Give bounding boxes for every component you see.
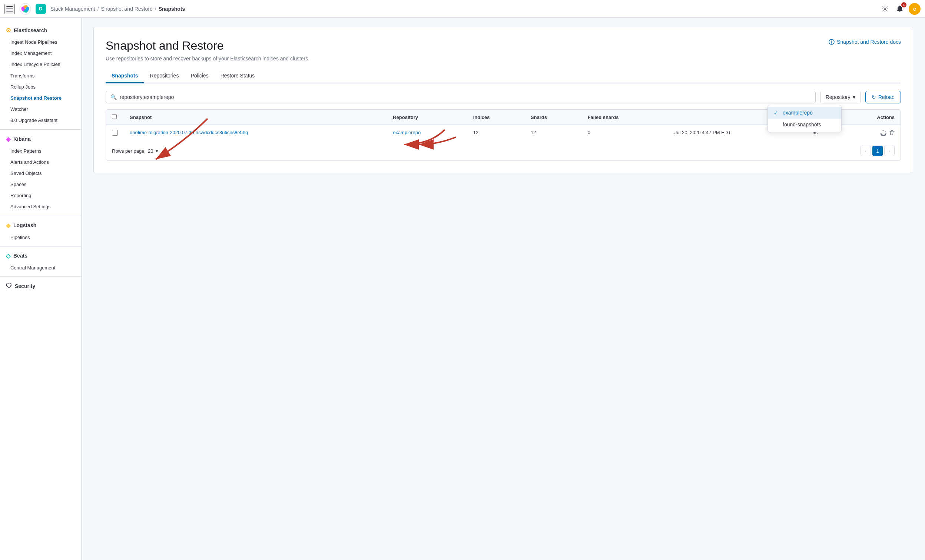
page-header: Snapshot and Restore Snapshot and Restor… bbox=[105, 39, 901, 53]
repository-filter-button[interactable]: Repository ▾ bbox=[820, 91, 861, 103]
snapshot-name-link[interactable]: onetime-migration-2020.07.20-nswdcddcs3u… bbox=[130, 130, 248, 135]
sidebar-item-saved-objects[interactable]: Saved Objects bbox=[0, 168, 81, 179]
delete-icon[interactable] bbox=[889, 130, 895, 137]
sidebar-divider-4 bbox=[0, 277, 81, 277]
shards-cell: 12 bbox=[525, 125, 582, 141]
page-subtitle: Use repositories to store and recover ba… bbox=[105, 56, 901, 62]
th-indices[interactable]: Indices bbox=[467, 110, 525, 125]
sidebar-item-watcher[interactable]: Watcher bbox=[0, 104, 81, 115]
sidebar-item-index-management[interactable]: Index Management bbox=[0, 48, 81, 59]
elastic-logo[interactable] bbox=[19, 3, 31, 15]
tab-policies[interactable]: Policies bbox=[185, 69, 214, 83]
tab-restore-status[interactable]: Restore Status bbox=[215, 69, 261, 83]
sidebar-divider-1 bbox=[0, 129, 81, 130]
th-checkbox bbox=[106, 110, 124, 125]
th-repository[interactable]: Repository bbox=[387, 110, 467, 125]
notifications-button[interactable]: 1 bbox=[894, 3, 906, 15]
sidebar-item-upgrade-assistant[interactable]: 8.0 Upgrade Assistant bbox=[0, 115, 81, 126]
sidebar-section-label-kibana: Kibana bbox=[14, 136, 31, 142]
sidebar-section-header-elasticsearch: ⊙ Elasticsearch bbox=[0, 24, 81, 37]
th-failed-shards[interactable]: Failed shards bbox=[582, 110, 669, 125]
reload-button[interactable]: ↻ Reload bbox=[865, 91, 901, 103]
sidebar-section-label-beats: Beats bbox=[14, 253, 27, 259]
reload-icon: ↻ bbox=[872, 94, 876, 100]
search-input[interactable] bbox=[120, 94, 811, 100]
repository-filter-label: Repository bbox=[826, 94, 851, 100]
page-1-button[interactable]: 1 bbox=[872, 146, 883, 156]
next-page-button[interactable]: › bbox=[884, 146, 895, 156]
failed-shards-cell: 0 bbox=[582, 125, 669, 141]
prev-page-button[interactable]: ‹ bbox=[860, 146, 871, 156]
sidebar-section-header-security: 🛡 Security bbox=[0, 280, 81, 292]
rows-per-page-value: 20 bbox=[148, 148, 153, 154]
dropdown-item-found-snapshots[interactable]: found-snapshots bbox=[768, 119, 841, 131]
chevron-down-icon: ▾ bbox=[853, 94, 855, 100]
sidebar-section-beats: ◇ Beats Central Management bbox=[0, 250, 81, 274]
layout: ⊙ Elasticsearch Ingest Node Pipelines In… bbox=[0, 18, 925, 560]
breadcrumb-stack-management[interactable]: Stack Management bbox=[50, 6, 95, 12]
repository-cell: examplerepo bbox=[387, 125, 467, 141]
repository-dropdown: ✓ examplerepo found-snapshots bbox=[767, 105, 842, 132]
sidebar: ⊙ Elasticsearch Ingest Node Pipelines In… bbox=[0, 18, 81, 560]
rows-per-page-label: Rows per page: bbox=[112, 148, 146, 154]
svg-rect-1 bbox=[6, 9, 13, 9]
th-shards[interactable]: Shards bbox=[525, 110, 582, 125]
main-content: Snapshot and Restore Snapshot and Restor… bbox=[81, 18, 925, 560]
sidebar-divider-3 bbox=[0, 246, 81, 247]
sidebar-item-spaces[interactable]: Spaces bbox=[0, 179, 81, 190]
sidebar-item-advanced-settings[interactable]: Advanced Settings bbox=[0, 201, 81, 212]
restore-icon[interactable] bbox=[881, 130, 886, 137]
sidebar-section-logstash: ◆ Logstash Pipelines bbox=[0, 219, 81, 243]
sidebar-section-label-logstash: Logstash bbox=[14, 222, 36, 228]
reload-label: Reload bbox=[878, 94, 895, 100]
settings-icon-button[interactable] bbox=[879, 3, 891, 15]
sidebar-section-elasticsearch: ⊙ Elasticsearch Ingest Node Pipelines In… bbox=[0, 24, 81, 126]
docs-link[interactable]: Snapshot and Restore docs bbox=[829, 39, 901, 45]
topnav: D Stack Management / Snapshot and Restor… bbox=[0, 0, 925, 18]
sidebar-item-index-patterns[interactable]: Index Patterns bbox=[0, 146, 81, 157]
logstash-icon: ◆ bbox=[6, 222, 11, 229]
sidebar-section-label-elasticsearch: Elasticsearch bbox=[14, 27, 47, 33]
svg-rect-0 bbox=[6, 6, 13, 7]
sidebar-item-rollup-jobs[interactable]: Rollup Jobs bbox=[0, 81, 81, 93]
th-snapshot[interactable]: Snapshot bbox=[124, 110, 387, 125]
search-icon: 🔍 bbox=[110, 94, 117, 100]
menu-button[interactable] bbox=[5, 4, 15, 14]
sidebar-item-pipelines[interactable]: Pipelines bbox=[0, 232, 81, 243]
elasticsearch-icon: ⊙ bbox=[6, 27, 11, 34]
sidebar-item-alerts-and-actions[interactable]: Alerts and Actions bbox=[0, 157, 81, 168]
breadcrumb-sep-2: / bbox=[155, 6, 157, 12]
sidebar-item-snapshot-and-restore[interactable]: Snapshot and Restore bbox=[0, 93, 81, 104]
sidebar-section-label-security: Security bbox=[15, 283, 35, 289]
row-checkbox[interactable] bbox=[112, 130, 118, 135]
svg-point-8 bbox=[884, 8, 886, 10]
sidebar-divider-2 bbox=[0, 216, 81, 216]
table-footer: Rows per page: 20 ▾ ‹ 1 › bbox=[106, 141, 901, 161]
user-menu-button[interactable]: e bbox=[909, 3, 920, 15]
sidebar-item-central-management[interactable]: Central Management bbox=[0, 262, 81, 274]
sidebar-item-index-lifecycle-policies[interactable]: Index Lifecycle Policies bbox=[0, 59, 81, 70]
repository-link[interactable]: examplerepo bbox=[393, 130, 420, 135]
topnav-right: 1 e bbox=[879, 3, 920, 15]
sidebar-item-reporting[interactable]: Reporting bbox=[0, 190, 81, 201]
search-filter-bar: 🔍 Repository ▾ ↻ Reload ✓ examplerepo bbox=[105, 91, 901, 103]
tab-repositories[interactable]: Repositories bbox=[144, 69, 185, 83]
dropdown-item-examplerepo[interactable]: ✓ examplerepo bbox=[768, 107, 841, 119]
rows-per-page[interactable]: Rows per page: 20 ▾ bbox=[112, 148, 158, 154]
space-avatar[interactable]: D bbox=[36, 4, 46, 14]
sidebar-section-header-kibana: ◈ Kibana bbox=[0, 132, 81, 146]
beats-icon: ◇ bbox=[6, 252, 11, 259]
select-all-checkbox[interactable] bbox=[112, 114, 117, 119]
sidebar-item-transforms[interactable]: Transforms bbox=[0, 71, 81, 81]
sidebar-section-security: 🛡 Security bbox=[0, 280, 81, 292]
sidebar-section-header-logstash: ◆ Logstash bbox=[0, 219, 81, 232]
tab-snapshots[interactable]: Snapshots bbox=[105, 69, 144, 83]
search-input-wrap[interactable]: 🔍 bbox=[105, 91, 816, 103]
dropdown-item-examplerepo-label: examplerepo bbox=[783, 110, 813, 116]
tabs: Snapshots Repositories Policies Restore … bbox=[105, 69, 901, 83]
breadcrumb: Stack Management / Snapshot and Restore … bbox=[50, 6, 875, 12]
row-checkbox-cell bbox=[106, 125, 124, 141]
breadcrumb-snapshot-restore[interactable]: Snapshot and Restore bbox=[101, 6, 153, 12]
content-card: Snapshot and Restore Snapshot and Restor… bbox=[93, 27, 913, 173]
sidebar-item-ingest-node-pipelines[interactable]: Ingest Node Pipelines bbox=[0, 37, 81, 48]
